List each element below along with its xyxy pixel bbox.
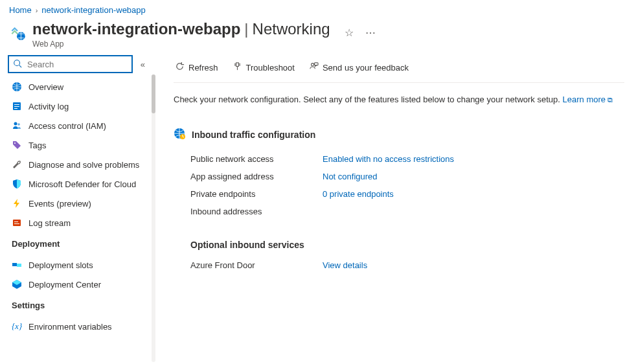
sidebar-item-deployment-slots[interactable]: Deployment slots: [8, 255, 153, 275]
sidebar-item-label: Events (preview): [28, 199, 91, 209]
learn-more-link[interactable]: Learn more⧉: [563, 95, 613, 104]
deployment-center-icon: [12, 279, 22, 290]
tag-icon: [12, 140, 22, 150]
sidebar-item-label: Deployment Center: [28, 280, 101, 290]
svg-point-8: [14, 122, 17, 126]
troubleshoot-icon: [233, 62, 242, 73]
breadcrumb-home[interactable]: Home: [9, 5, 32, 15]
search-input[interactable]: [26, 59, 128, 70]
breadcrumb: Home › network-integration-webapp: [0, 0, 636, 17]
variables-icon: {x}: [12, 321, 22, 332]
row-label: Azure Front Door: [174, 260, 323, 270]
sidebar-item-deployment-center[interactable]: Deployment Center: [8, 275, 153, 294]
sidebar-item-events[interactable]: Events (preview): [8, 194, 153, 213]
external-link-icon: ⧉: [608, 96, 613, 104]
svg-point-1: [14, 60, 20, 65]
slots-icon: [12, 260, 22, 270]
row-label: Public network access: [174, 154, 323, 164]
svg-rect-12: [14, 222, 18, 222]
sidebar-item-label: Microsoft Defender for Cloud: [28, 179, 136, 189]
shield-icon: [12, 179, 22, 189]
private-endpoints-link[interactable]: 0 private endpoints: [323, 189, 394, 199]
chevron-right-icon: ›: [36, 6, 38, 14]
sidebar-item-label: Environment variables: [28, 322, 112, 332]
svg-rect-7: [14, 108, 17, 109]
sidebar-item-label: Access control (IAM): [28, 121, 106, 131]
sidebar-item-activity-log[interactable]: Activity log: [8, 97, 153, 116]
inbound-traffic-section: Inbound traffic configuration Public net…: [174, 128, 624, 274]
svg-rect-14: [12, 263, 17, 266]
star-icon: ☆: [345, 27, 354, 38]
sidebar-item-label: Log stream: [28, 218, 71, 228]
people-icon: [12, 120, 22, 131]
lightning-icon: [12, 198, 22, 209]
refresh-icon: [175, 62, 185, 73]
sidebar-item-label: Diagnose and solve problems: [28, 160, 139, 170]
troubleshoot-button[interactable]: Troubleshoot: [231, 59, 296, 76]
azure-front-door-link[interactable]: View details: [323, 260, 367, 270]
sidebar-item-tags[interactable]: Tags: [8, 135, 153, 155]
sidebar-item-label: Activity log: [28, 102, 69, 111]
sidebar-item-label: Tags: [28, 141, 46, 150]
app-assigned-address-row: App assigned address Not configured: [174, 168, 624, 185]
page-title: network-integration-webapp | Networking: [32, 20, 330, 38]
main-content: Refresh Troubleshoot Send us your feedba…: [155, 55, 636, 362]
sidebar: « Overview Activity log Access contr: [0, 55, 155, 362]
app-assigned-address-link[interactable]: Not configured: [323, 172, 378, 181]
webapp-icon: [9, 24, 26, 41]
optional-inbound-title: Optional inbound services: [174, 240, 624, 250]
azure-front-door-row: Azure Front Door View details: [174, 256, 624, 274]
page-header: network-integration-webapp | Networking …: [0, 17, 636, 55]
command-bar: Refresh Troubleshoot Send us your feedba…: [174, 55, 624, 83]
sidebar-item-diagnose[interactable]: Diagnose and solve problems: [8, 155, 153, 174]
row-label: App assigned address: [174, 172, 323, 181]
svg-rect-13: [14, 223, 19, 224]
wrench-icon: [12, 159, 22, 170]
sidebar-item-access-control[interactable]: Access control (IAM): [8, 116, 153, 135]
svg-rect-16: [236, 63, 238, 67]
chevron-double-left-icon: «: [141, 60, 145, 69]
page-subtitle: Web App: [32, 40, 330, 49]
feedback-button[interactable]: Send us your feedback: [308, 59, 410, 76]
row-label: Private endpoints: [174, 189, 323, 199]
private-endpoints-row: Private endpoints 0 private endpoints: [174, 185, 624, 203]
sidebar-item-environment-variables[interactable]: {x} Environment variables: [8, 317, 153, 336]
row-label: Inbound addresses: [174, 207, 323, 216]
svg-rect-5: [14, 104, 19, 105]
collapse-sidebar-button[interactable]: «: [138, 57, 148, 72]
sidebar-group-settings: Settings: [8, 294, 153, 313]
globe-icon: [12, 82, 22, 92]
ellipsis-icon: ⋯: [365, 27, 376, 38]
section-title: Inbound traffic configuration: [174, 128, 624, 141]
svg-point-9: [17, 123, 20, 126]
public-network-access-link[interactable]: Enabled with no access restrictions: [323, 154, 454, 164]
breadcrumb-current[interactable]: network-integration-webapp: [41, 5, 145, 15]
refresh-button[interactable]: Refresh: [174, 59, 220, 76]
sidebar-search[interactable]: [8, 55, 133, 73]
log-stream-icon: [12, 218, 22, 228]
feedback-icon: [309, 62, 319, 73]
intro-text: Check your network configuration. Select…: [174, 83, 624, 111]
sidebar-item-label: Overview: [28, 82, 63, 92]
sidebar-item-log-stream[interactable]: Log stream: [8, 213, 153, 233]
sidebar-item-overview[interactable]: Overview: [8, 77, 153, 97]
svg-rect-23: [314, 63, 318, 65]
search-icon: [13, 59, 22, 70]
svg-rect-15: [17, 264, 21, 267]
sidebar-group-deployment: Deployment: [8, 233, 153, 251]
favorite-button[interactable]: ☆: [343, 25, 355, 40]
more-button[interactable]: ⋯: [364, 25, 377, 40]
inbound-icon: [174, 128, 185, 141]
sidebar-item-defender[interactable]: Microsoft Defender for Cloud: [8, 174, 153, 194]
svg-line-2: [19, 65, 22, 67]
sidebar-item-label: Deployment slots: [28, 260, 93, 270]
svg-point-10: [14, 142, 16, 144]
svg-point-22: [312, 63, 314, 66]
sidebar-scrollbar[interactable]: [152, 74, 155, 362]
public-network-access-row: Public network access Enabled with no ac…: [174, 150, 624, 168]
inbound-addresses-row: Inbound addresses: [174, 203, 624, 220]
svg-rect-11: [13, 220, 21, 226]
activity-log-icon: [12, 101, 22, 111]
svg-rect-6: [14, 106, 19, 107]
